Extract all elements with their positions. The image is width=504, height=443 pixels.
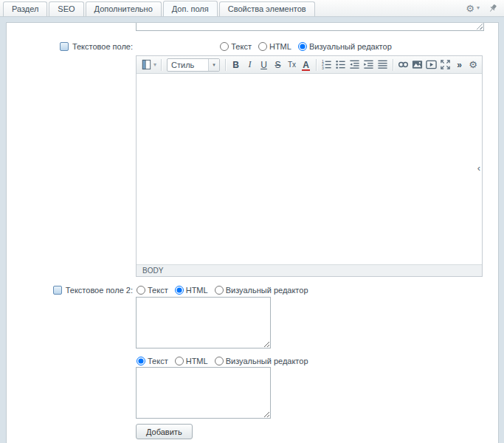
chevron-down-icon: ▾ [153,62,156,68]
textarea-partial[interactable] [136,23,484,31]
pin-button[interactable] [488,3,498,13]
toolbar-separator [161,59,162,71]
field2-row2-mode-switch: Текст HTML Визуальный редактор [137,357,315,365]
field2-textarea-2[interactable] [136,367,271,419]
radio-mode-text[interactable]: Текст [220,42,252,51]
text-color-button[interactable]: A [299,58,313,72]
pin-icon [488,3,498,13]
radio-mode-html[interactable]: HTML [175,286,208,295]
justify-icon [377,59,388,70]
field2-row1-mode-switch: Текст HTML Визуальный редактор [137,286,315,295]
form-panel: Текстовое поле: Текст HTML Визуальный ре… [6,22,499,443]
field1-label-text: Текстовое поле: [72,42,133,51]
radio-mode-visual[interactable]: Визуальный редактор [215,357,308,365]
radio-label: HTML [186,357,208,365]
video-button[interactable] [424,58,438,72]
collapse-panel-arrow[interactable]: ‹ [477,162,480,174]
radio-input-text[interactable] [137,357,145,365]
ordered-list-icon: 123 [321,59,332,70]
tab-dopolnitelno[interactable]: Дополнительно [86,1,162,16]
link-button[interactable] [396,58,410,72]
add-button[interactable]: Добавить [136,424,193,439]
radio-label: Визуальный редактор [226,286,308,295]
ordered-list-button[interactable]: 123 [320,58,334,72]
toolbar-separator [225,59,226,71]
style-select-value: Стиль [168,61,208,69]
tab-razdel[interactable]: Раздел [3,1,47,16]
strikethrough-button[interactable]: S [271,58,285,72]
underline-button[interactable]: U [257,58,271,72]
radio-label: Визуальный редактор [309,42,392,51]
radio-mode-html[interactable]: HTML [175,357,208,365]
radio-label: Текст [148,286,168,295]
outdent-button[interactable] [348,58,362,72]
radio-input-visual[interactable] [215,357,224,365]
radio-label: Текст [148,357,168,365]
radio-input-html[interactable] [175,286,184,295]
toolbar-separator [393,59,393,71]
svg-text:3: 3 [322,66,324,70]
insert-snippet-button[interactable]: ▾ [139,59,158,70]
outdent-icon [349,59,360,70]
fullscreen-button[interactable] [438,58,452,72]
visual-editor: ▾ Стиль ▾ B I U S Tx A 123 [136,55,483,277]
status-path[interactable]: BODY [142,267,163,275]
radio-input-html[interactable] [258,42,267,51]
editor-status-bar: BODY [137,264,482,276]
radio-label: HTML [186,286,208,295]
image-button[interactable] [410,58,424,72]
tab-seo[interactable]: SEO [49,1,83,16]
radio-input-text[interactable] [137,286,145,295]
radio-input-text[interactable] [220,42,229,51]
video-icon [426,59,437,70]
fullscreen-icon [440,59,451,70]
radio-mode-visual[interactable]: Визуальный редактор [298,42,392,51]
radio-mode-visual[interactable]: Визуальный редактор [215,286,308,295]
editor-content-area[interactable]: ‹ [137,74,482,264]
radio-mode-html[interactable]: HTML [258,42,291,51]
settings-menu-button[interactable]: ⚙ ▾ [466,4,480,13]
radio-label: HTML [269,42,291,51]
radio-mode-text[interactable]: Текст [137,357,168,365]
tab-actions: ⚙ ▾ [466,3,498,13]
clear-format-button[interactable]: Tx [285,58,299,72]
toolbar-separator [316,59,317,71]
tab-svoystva-elementov[interactable]: Свойства элементов [219,1,315,16]
image-icon [412,59,423,70]
chevron-down-icon: ▾ [477,5,480,11]
field2-textarea-1[interactable] [136,297,271,348]
radio-input-visual[interactable] [298,42,307,51]
radio-input-visual[interactable] [215,286,224,295]
unordered-list-button[interactable] [334,58,348,72]
italic-button[interactable]: I [243,58,257,72]
radio-label: Текст [231,42,252,51]
gear-icon: ⚙ [466,4,474,13]
indent-button[interactable] [362,58,376,72]
field-settings-icon[interactable] [60,42,69,51]
resize-grip[interactable] [476,23,483,30]
link-icon [398,59,409,70]
indent-icon [363,59,374,70]
template-icon [141,59,152,70]
tab-dop-polya[interactable]: Доп. поля [163,1,218,16]
editor-toolbar: ▾ Стиль ▾ B I U S Tx A 123 [137,56,482,74]
bold-button[interactable]: B [229,58,243,72]
unordered-list-icon [335,59,346,70]
chevron-down-icon: ▾ [208,59,219,71]
field-settings-icon[interactable] [53,286,62,295]
field2-label: Текстовое поле 2: [7,286,133,295]
editor-settings-button[interactable]: ⚙ [469,60,477,69]
tab-bar: Раздел SEO Дополнительно Доп. поля Свойс… [0,0,504,17]
more-tools-button[interactable]: » [452,58,466,72]
radio-input-html[interactable] [175,357,184,365]
field1-mode-switch: Текст HTML Визуальный редактор [136,42,483,51]
justify-button[interactable] [376,58,390,72]
style-select[interactable]: Стиль ▾ [167,58,220,72]
radio-mode-text[interactable]: Текст [137,286,168,295]
field1-label: Текстовое поле: [7,42,133,51]
admin-page: Раздел SEO Дополнительно Доп. поля Свойс… [0,0,504,443]
radio-label: Визуальный редактор [226,357,308,365]
field2-label-text: Текстовое поле 2: [66,286,133,295]
